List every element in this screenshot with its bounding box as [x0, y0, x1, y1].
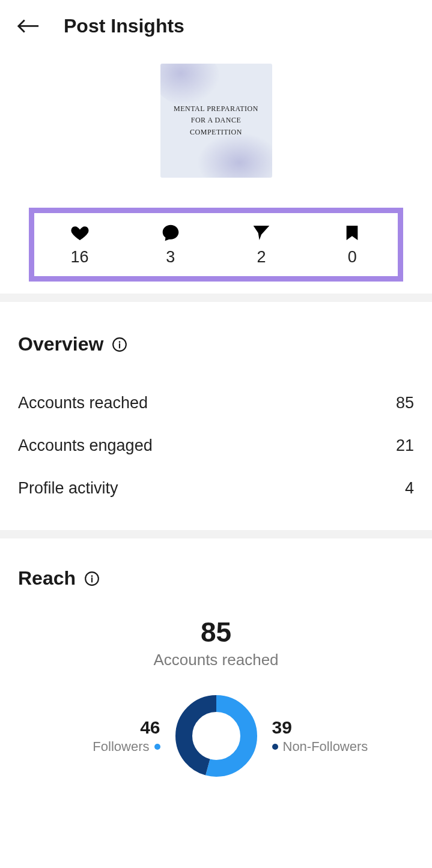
comments-stat: 3: [125, 224, 216, 267]
profile-activity-row[interactable]: Profile activity 4: [18, 467, 414, 510]
post-thumbnail[interactable]: MENTAL PREPARATION FOR A DANCE COMPETITI…: [160, 64, 272, 178]
metric-label: Accounts engaged: [18, 436, 153, 455]
reach-total: 85: [18, 616, 414, 648]
saves-count: 0: [348, 248, 357, 267]
info-icon[interactable]: [112, 337, 127, 352]
metric-label: Profile activity: [18, 479, 118, 498]
shares-count: 2: [257, 248, 266, 267]
thumb-text-line: COMPETITION: [190, 127, 242, 138]
thumb-text-line: FOR A DANCE: [191, 115, 242, 126]
comment-icon: [160, 224, 181, 242]
nonfollowers-count: 39: [272, 717, 292, 738]
engagement-stats-box: 16 3 2 0: [29, 208, 403, 282]
accounts-reached-row[interactable]: Accounts reached 85: [18, 382, 414, 424]
post-thumbnail-container: MENTAL PREPARATION FOR A DANCE COMPETITI…: [0, 49, 432, 208]
section-divider: [0, 294, 432, 302]
nonfollowers-side: 39 Non-Followers: [272, 717, 380, 755]
followers-side: 46 Followers: [52, 717, 160, 755]
followers-dot-icon: [154, 744, 160, 750]
bookmark-icon: [342, 224, 362, 242]
metric-value: 21: [396, 436, 414, 455]
metric-value: 85: [396, 394, 414, 412]
page-title: Post Insights: [64, 15, 184, 37]
likes-stat: 16: [34, 224, 125, 267]
back-arrow-icon[interactable]: [17, 14, 40, 37]
heart-icon: [70, 224, 90, 242]
reach-donut-chart: [175, 695, 258, 777]
reach-title-row: Reach: [18, 567, 414, 589]
followers-count: 46: [140, 717, 160, 738]
reach-section: Reach 85 Accounts reached 46 Followers 3…: [0, 538, 432, 777]
svg-point-3: [91, 575, 93, 577]
reach-title: Reach: [18, 567, 76, 589]
donut-row: 46 Followers 39 Non-Followers: [18, 695, 414, 777]
overview-section: Overview Accounts reached 85 Accounts en…: [0, 302, 432, 530]
shares-stat: 2: [216, 224, 307, 267]
overview-title: Overview: [18, 333, 103, 355]
accounts-engaged-row[interactable]: Accounts engaged 21: [18, 424, 414, 467]
header: Post Insights: [0, 0, 432, 49]
reach-summary: 85 Accounts reached: [18, 616, 414, 669]
saves-stat: 0: [307, 224, 398, 267]
overview-title-row: Overview: [18, 333, 414, 355]
info-icon[interactable]: [84, 571, 100, 586]
followers-label: Followers: [93, 739, 149, 755]
nonfollowers-label: Non-Followers: [283, 739, 368, 755]
likes-count: 16: [71, 248, 89, 267]
section-divider: [0, 530, 432, 538]
svg-point-1: [119, 341, 121, 343]
reach-sub-label: Accounts reached: [18, 651, 414, 669]
comments-count: 3: [166, 248, 175, 267]
thumb-text-line: MENTAL PREPARATION: [174, 103, 258, 115]
nonfollowers-dot-icon: [272, 744, 278, 750]
metric-label: Accounts reached: [18, 394, 148, 412]
share-icon: [251, 224, 272, 242]
metric-value: 4: [405, 479, 414, 498]
